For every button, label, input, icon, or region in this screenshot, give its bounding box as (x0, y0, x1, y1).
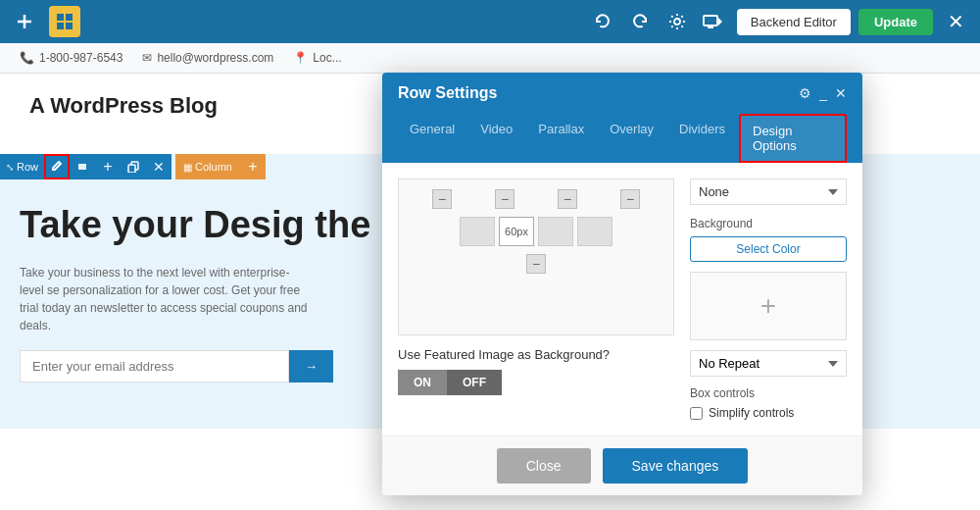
image-upload-area[interactable]: + (690, 272, 847, 340)
toolbar-left (10, 6, 580, 37)
row-editor-bar: ⤡ Row + (0, 154, 266, 179)
phone-text: 1-800-987-6543 (39, 51, 122, 65)
box-controls-label: Box controls (690, 386, 847, 400)
modal-footer: Close Save changes (382, 435, 862, 495)
simplify-controls-row: Simplify controls (690, 406, 847, 420)
grid-cell-1[interactable] (460, 217, 495, 246)
grid-cell-2[interactable]: 60px (499, 217, 534, 246)
toggle-on-button[interactable]: ON (398, 370, 447, 395)
modal-header-icons: ⚙ _ ✕ (799, 85, 847, 101)
save-changes-button[interactable]: Save changes (603, 448, 749, 484)
tab-overlay[interactable]: Overlay (598, 114, 665, 163)
copy-row-button[interactable] (121, 154, 146, 179)
tab-parallax[interactable]: Parallax (526, 114, 596, 163)
email-item: ✉ hello@wordpress.com (142, 51, 273, 65)
reorder-row-button[interactable] (70, 154, 95, 179)
background-label: Background (690, 217, 847, 230)
row-settings-modal: Row Settings ⚙ _ ✕ General Video Paralla… (382, 73, 862, 495)
simplify-controls-label: Simplify controls (709, 406, 794, 420)
grid-minus-4[interactable]: − (620, 189, 640, 209)
edit-row-button[interactable] (44, 154, 70, 179)
toggle-row: ON OFF (398, 370, 674, 395)
row-label: ⤡ Row (0, 154, 44, 179)
column-label: ▦ Column (175, 154, 240, 179)
svg-rect-7 (704, 16, 717, 26)
undo-icon[interactable] (588, 7, 617, 36)
add-icon[interactable] (10, 7, 39, 36)
column-icon: ▦ (183, 162, 192, 173)
modal-title: Row Settings (398, 84, 497, 102)
tab-video[interactable]: Video (468, 114, 524, 163)
toggle-off-button[interactable]: OFF (447, 370, 502, 395)
email-input[interactable] (20, 350, 289, 382)
top-toolbar: Backend Editor Update ✕ (0, 0, 980, 43)
simplify-controls-checkbox[interactable] (690, 407, 703, 420)
location-icon: 📍 (293, 51, 308, 65)
modal-settings-icon[interactable]: ⚙ (799, 85, 811, 101)
featured-image-label: Use Featured Image as Background? (398, 347, 674, 362)
none-select[interactable]: None (690, 178, 847, 205)
svg-rect-14 (128, 165, 135, 173)
upload-plus-icon: + (760, 290, 776, 322)
grid-cell-3[interactable] (538, 217, 573, 246)
hero-subtext: Take your business to the next level wit… (20, 264, 314, 334)
location-item: 📍 Loc... (293, 51, 341, 65)
redo-icon[interactable] (625, 7, 655, 36)
grid-row-active: 60px (460, 217, 612, 246)
backend-editor-button[interactable]: Backend Editor (737, 9, 851, 35)
modal-minimize-icon[interactable]: _ (819, 85, 827, 101)
four-arrows-icon: ⤡ (6, 162, 14, 173)
modal-tabs: General Video Parallax Overlay Dividers … (382, 114, 862, 163)
email-icon: ✉ (142, 51, 152, 65)
svg-rect-4 (57, 23, 64, 29)
tab-design-options[interactable]: Design Options (739, 114, 847, 163)
select-color-button[interactable]: Select Color (690, 236, 847, 262)
grid-area: − − − − 60px (398, 178, 674, 335)
add-row-button[interactable]: + (95, 154, 121, 179)
grid-minus-1[interactable]: − (432, 189, 452, 209)
svg-rect-5 (66, 23, 73, 29)
grid-minus-2[interactable]: − (495, 189, 514, 209)
modal-left: − − − − 60px (398, 178, 674, 420)
settings-icon[interactable] (662, 7, 692, 36)
svg-rect-3 (66, 14, 73, 21)
close-button[interactable]: Close (497, 448, 591, 484)
modal-right: None Background Select Color + No Repeat… (690, 178, 847, 420)
featured-image-section: Use Featured Image as Background? ON OFF (398, 347, 674, 395)
phone-item: 📞 1-800-987-6543 (20, 51, 122, 65)
phone-icon: 📞 (20, 51, 34, 65)
tab-general[interactable]: General (398, 114, 466, 163)
grid-cell-4[interactable] (577, 217, 612, 246)
close-icon[interactable]: ✕ (941, 7, 970, 36)
update-button[interactable]: Update (858, 9, 933, 35)
logo-icon (49, 6, 80, 37)
no-repeat-select[interactable]: No Repeat (690, 350, 847, 377)
modal-close-icon[interactable]: ✕ (835, 85, 847, 101)
subscribe-button[interactable]: → (289, 350, 333, 382)
toolbar-right: Backend Editor Update ✕ (588, 7, 970, 36)
display-icon[interactable] (700, 7, 729, 36)
email-row: → (20, 350, 333, 382)
add-column-button[interactable]: + (240, 154, 266, 179)
grid-minus-bottom[interactable]: − (526, 254, 546, 274)
grid-row-bottom: − (526, 254, 546, 274)
location-text: Loc... (313, 51, 341, 65)
svg-rect-2 (57, 14, 64, 21)
modal-body: − − − − 60px (382, 163, 862, 435)
grid-row-minus: − − − − (432, 189, 640, 209)
email-text: hello@wordpress.com (157, 51, 273, 65)
tab-dividers[interactable]: Dividers (667, 114, 737, 163)
website-area: 📞 1-800-987-6543 ✉ hello@wordpress.com 📍… (0, 43, 980, 510)
grid-minus-3[interactable]: − (558, 189, 577, 209)
site-header: 📞 1-800-987-6543 ✉ hello@wordpress.com 📍… (0, 43, 980, 74)
modal-header: Row Settings ⚙ _ ✕ (382, 73, 862, 114)
svg-point-6 (674, 19, 680, 25)
delete-row-button[interactable]: ✕ (146, 154, 172, 179)
